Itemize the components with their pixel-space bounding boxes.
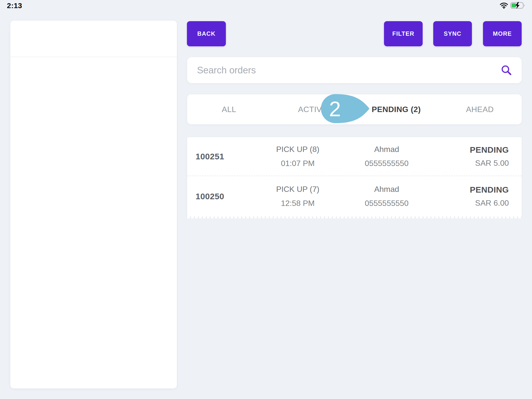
order-customer-cell: Ahmad 0555555550 — [343, 145, 430, 168]
status-icons — [499, 2, 526, 9]
order-type: PICK UP (8) — [276, 145, 319, 154]
order-status-cell: PENDING SAR 6.00 — [430, 185, 509, 208]
filter-button[interactable]: FILTER — [384, 21, 423, 46]
status-bar: 2:13 — [0, 0, 532, 11]
annotation-callout-pointer-icon: 2 — [320, 94, 370, 124]
left-panel-header — [10, 21, 177, 57]
order-type-cell: PICK UP (8) 01:07 PM — [252, 145, 343, 168]
wifi-icon — [499, 2, 508, 9]
status-time: 2:13 — [7, 1, 22, 10]
order-time: 01:07 PM — [281, 159, 315, 168]
orders-screen: 2:13 BACK FILTER SYNC MORE — [0, 0, 532, 399]
receipt-tear-edge — [187, 216, 522, 218]
left-panel — [10, 21, 177, 388]
customer-phone: 0555555550 — [365, 159, 409, 168]
order-customer-cell: Ahmad 0555555550 — [343, 185, 430, 208]
tab-ahead[interactable]: AHEAD — [438, 94, 522, 124]
order-status: PENDING — [470, 185, 509, 195]
order-time: 12:58 PM — [281, 199, 315, 208]
order-amount: SAR 6.00 — [475, 199, 509, 208]
orders-list: 100251 PICK UP (8) 01:07 PM Ahmad 055555… — [187, 137, 522, 218]
search-icon[interactable] — [500, 64, 512, 76]
order-status-cell: PENDING SAR 5.00 — [430, 145, 509, 168]
order-row-100251[interactable]: 100251 PICK UP (8) 01:07 PM Ahmad 055555… — [187, 137, 522, 176]
order-amount: SAR 5.00 — [475, 159, 509, 168]
order-type: PICK UP (7) — [276, 185, 319, 194]
customer-name: Ahmad — [374, 145, 399, 154]
more-button[interactable]: MORE — [483, 21, 522, 46]
back-button[interactable]: BACK — [187, 21, 226, 46]
customer-name: Ahmad — [374, 185, 399, 194]
order-id: 100250 — [196, 192, 252, 201]
tab-all[interactable]: ALL — [187, 94, 271, 124]
order-type-cell: PICK UP (7) 12:58 PM — [252, 185, 343, 208]
order-status: PENDING — [470, 145, 509, 155]
order-row-100250[interactable]: 100250 PICK UP (7) 12:58 PM Ahmad 055555… — [187, 176, 522, 216]
search-input[interactable] — [187, 57, 500, 83]
customer-phone: 0555555550 — [365, 199, 409, 208]
battery-charging-icon — [510, 2, 526, 9]
annotation-step-number: 2 — [329, 97, 341, 121]
sync-button[interactable]: SYNC — [433, 21, 472, 46]
order-id: 100251 — [196, 152, 252, 161]
search-bar — [187, 57, 522, 83]
